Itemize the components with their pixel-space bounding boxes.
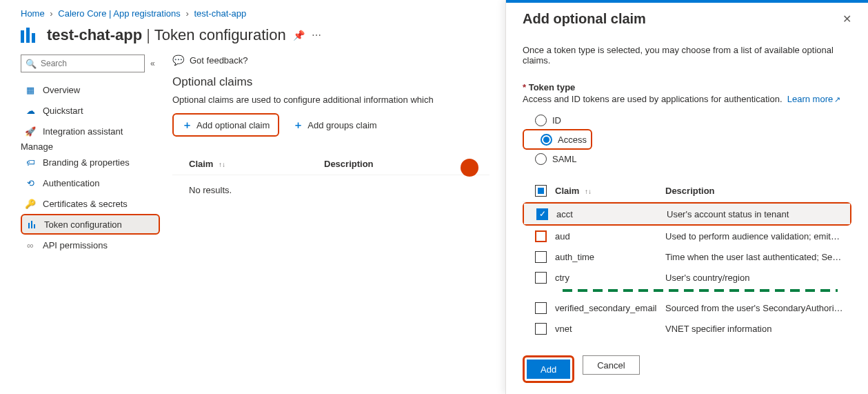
- claim-name: acct: [556, 209, 667, 219]
- col-claim-header[interactable]: Claim: [555, 186, 579, 196]
- annotation-dot: [461, 159, 478, 177]
- claim-desc: Sourced from the user's SecondaryAuthori…: [665, 303, 851, 313]
- claims-table-header: Claim ↑↓ Description: [172, 153, 489, 175]
- col-desc-header[interactable]: Description: [665, 186, 851, 196]
- claim-desc: User's country/region: [665, 273, 851, 283]
- add-optional-claim-button[interactable]: ＋ Add optional claim: [172, 113, 279, 137]
- overview-icon: ▦: [25, 84, 36, 95]
- sort-icon: ↑↓: [219, 161, 225, 168]
- auth-icon: ⟲: [25, 177, 36, 188]
- sidebar-item-label: API permissions: [43, 240, 108, 250]
- claim-name: ctry: [555, 273, 665, 283]
- select-all-checkbox[interactable]: [535, 185, 547, 197]
- more-icon[interactable]: ⋯: [312, 30, 321, 41]
- page-title: test-chat-app|Token configuration: [47, 26, 286, 44]
- checkbox[interactable]: [535, 302, 547, 314]
- breadcrumb-registrations[interactable]: Calero Core | App registrations: [58, 8, 181, 19]
- claim-desc: Used to perform audience validation; emi…: [665, 231, 851, 242]
- sidebar-item-quickstart[interactable]: ☁ Quickstart: [21, 100, 160, 121]
- sidebar-item-authentication[interactable]: ⟲ Authentication: [21, 173, 160, 193]
- breadcrumb: Home › Calero Core | App registrations ›…: [21, 8, 496, 19]
- breadcrumb-app[interactable]: test-chat-app: [194, 8, 246, 19]
- claim-desc: VNET specifier information: [665, 324, 851, 334]
- panel-title: Add optional claim: [523, 11, 646, 27]
- sidebar-item-overview[interactable]: ▦ Overview: [21, 79, 160, 100]
- sidebar-item-label: Integration assistant: [43, 126, 123, 137]
- panel-description: Once a token type is selected, you may c…: [523, 45, 851, 66]
- claim-row-vnet[interactable]: vnet VNET specifier information: [523, 318, 851, 339]
- search-input[interactable]: [41, 59, 140, 68]
- feedback-icon: 💬: [172, 55, 184, 66]
- checkbox[interactable]: [535, 272, 547, 284]
- radio-icon: [535, 115, 547, 126]
- button-label: Add optional claim: [196, 120, 270, 130]
- checkbox[interactable]: [535, 230, 547, 242]
- sidebar-item-label: Overview: [43, 85, 80, 95]
- claim-row-ctry[interactable]: ctry User's country/region: [523, 267, 851, 288]
- add-button[interactable]: Add: [527, 359, 570, 379]
- sort-icon: ↑↓: [585, 188, 592, 195]
- token-type-label: * Token type: [523, 82, 851, 92]
- token-config-logo-icon: [21, 26, 40, 45]
- claim-name: auth_time: [555, 252, 665, 262]
- learn-more-link[interactable]: Learn more↗: [787, 94, 840, 104]
- sidebar-item-label: Token configuration: [44, 219, 122, 230]
- sidebar-item-label: Quickstart: [43, 106, 83, 116]
- token-type-desc: Access and ID tokens are used by applica…: [523, 94, 851, 104]
- token-type-radio-group: ID Access SAML: [523, 111, 851, 168]
- sidebar-item-integration[interactable]: 🚀 Integration assistant: [21, 121, 160, 141]
- sidebar-item-token-configuration[interactable]: Token configuration: [21, 214, 160, 235]
- branding-icon: 🏷: [25, 157, 36, 168]
- sidebar-collapse-icon[interactable]: «: [150, 59, 155, 68]
- claim-row-auth-time[interactable]: auth_time Time when the user last authen…: [523, 246, 851, 267]
- radio-label: SAML: [552, 154, 576, 164]
- panel-footer: Add Cancel: [506, 348, 656, 390]
- col-claim-header[interactable]: Claim: [189, 159, 213, 169]
- checkbox[interactable]: [536, 208, 548, 220]
- radio-saml[interactable]: SAML: [523, 150, 851, 168]
- claim-row-aud[interactable]: aud Used to perform audience validation;…: [523, 226, 851, 246]
- external-link-icon: ↗: [834, 95, 840, 104]
- certs-icon: 🔑: [25, 198, 36, 209]
- radio-access[interactable]: Access: [528, 130, 587, 148]
- page-title-row: test-chat-app|Token configuration 📌 ⋯: [21, 26, 496, 45]
- quickstart-icon: ☁: [25, 105, 36, 116]
- section-subtitle: Optional claims are used to configure ad…: [172, 95, 489, 105]
- feedback-text: Got feedback?: [190, 55, 248, 66]
- claim-name: verified_secondary_email: [555, 303, 665, 313]
- col-desc-header[interactable]: Description: [324, 159, 374, 169]
- sidebar-item-certificates[interactable]: 🔑 Certificates & secrets: [21, 193, 160, 214]
- breadcrumb-home[interactable]: Home: [21, 8, 45, 19]
- claims-table: Claim ↑↓ Description acct User's account…: [523, 180, 851, 339]
- sidebar-item-label: Authentication: [43, 178, 99, 188]
- radio-id[interactable]: ID: [523, 111, 851, 129]
- claim-desc: Time when the user last authenticated; S…: [665, 252, 851, 262]
- claim-row-verified-secondary-email[interactable]: verified_secondary_email Sourced from th…: [523, 297, 851, 318]
- token-config-icon: [26, 219, 37, 230]
- plus-icon: ＋: [293, 119, 303, 132]
- pin-icon[interactable]: 📌: [293, 30, 305, 41]
- checkbox[interactable]: [535, 323, 547, 335]
- add-groups-claim-button[interactable]: ＋ Add groups claim: [285, 113, 385, 137]
- claims-table-header: Claim ↑↓ Description: [523, 180, 851, 202]
- radio-icon: [535, 153, 547, 165]
- checkbox[interactable]: [535, 251, 547, 263]
- feedback-link[interactable]: 💬 Got feedback?: [172, 55, 489, 66]
- cancel-button[interactable]: Cancel: [583, 355, 639, 375]
- truncation-marker: [563, 289, 838, 292]
- sidebar-item-label: Branding & properties: [43, 157, 130, 168]
- close-icon[interactable]: ✕: [842, 12, 851, 26]
- claim-row-acct[interactable]: acct User's account status in tenant: [524, 204, 850, 224]
- search-icon: 🔍: [26, 59, 37, 69]
- claim-name: aud: [555, 231, 665, 242]
- sidebar: 🔍 « ▦ Overview ☁ Quickstart 🚀 Integratio…: [21, 55, 160, 255]
- search-input-wrap[interactable]: 🔍: [21, 55, 145, 72]
- claim-name: vnet: [555, 324, 665, 334]
- api-perm-icon: ∞: [25, 239, 36, 250]
- section-title: Optional claims: [172, 75, 489, 89]
- sidebar-item-branding[interactable]: 🏷 Branding & properties: [21, 152, 160, 173]
- sidebar-item-api-permissions[interactable]: ∞ API permissions: [21, 235, 160, 255]
- content-area: 💬 Got feedback? Optional claims Optional…: [172, 55, 496, 255]
- add-optional-claim-panel: Add optional claim ✕ Once a token type i…: [505, 0, 868, 394]
- button-label: Add groups claim: [307, 120, 376, 130]
